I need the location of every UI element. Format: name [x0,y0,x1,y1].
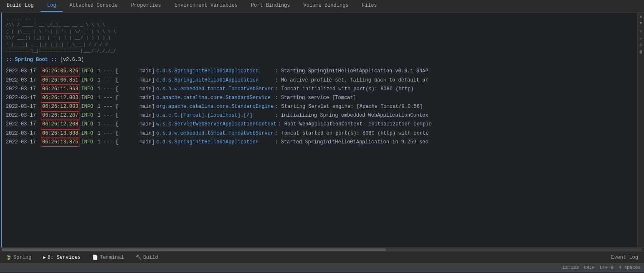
indentation[interactable]: 4 spaces [619,265,641,270]
scroll-align-button[interactable]: ⇔ [639,36,644,41]
log-level-3: INFO [81,94,96,102]
scrollbar-track[interactable] [2,248,642,251]
log-level-8: INFO [81,138,96,146]
log-thread-1: 1 --- [ main] [97,77,155,84]
ascii-line3: ( ( )\___ | \ '-| | '- | \/ _` | \ \ \ \ [6,29,633,35]
tab-build-log[interactable]: Build Log [0,0,41,12]
log-date-3: 2022-03-17 [6,94,39,102]
horizontal-scrollbar[interactable] [0,247,644,251]
log-date-1: 2022-03-17 [6,77,39,84]
tab-log[interactable]: Log [41,0,63,12]
tab-port-bindings[interactable]: Port Bindings [244,0,297,12]
log-date-0: 2022-03-17 [6,67,39,75]
log-date-7: 2022-03-17 [6,130,39,138]
log-time-6: 06:26:12.208 [41,120,79,129]
table-row: 2022-03-17 06:26:12.003 INFO 1 --- [ mai… [6,102,633,111]
log-date-8: 2022-03-17 [6,138,39,146]
bottom-tab-services[interactable]: ▶ 8: Services [41,254,83,261]
status-bar: 12:133 CRLF UTF-8 4 spaces [0,263,644,272]
log-time-3: 06:26:12.003 [41,94,79,102]
print-button[interactable]: ⎙ [639,43,644,48]
log-message-3: : Starting service [Tomcat] [275,94,356,102]
cursor-position[interactable]: 12:133 [562,265,579,270]
bottom-tab-build[interactable]: 🔨 Build [133,254,161,261]
log-logger-8: c.d.s.SpringinitHello01Application [156,138,273,146]
log-date-2: 2022-03-17 [6,85,39,93]
services-icon: ▶ [43,255,46,260]
log-time-8: 06:26:13.875 [41,138,79,147]
log-message-7: : Tomcat started on port(s): 8080 (http)… [275,130,428,138]
bottom-tab-terminal-label: Terminal [100,255,124,260]
log-level-4: INFO [81,103,96,111]
scroll-down-button[interactable]: ▼ [639,21,644,26]
tab-env-variables[interactable]: Environment Variables [168,0,244,12]
table-row: 2022-03-17 06:26:11.963 INFO 1 --- [ mai… [6,85,633,94]
line-ending[interactable]: CRLF [584,265,595,270]
build-icon: 🔨 [136,255,142,260]
log-level-2: INFO [81,85,96,93]
log-thread-7: 1 --- [ main] [97,130,155,138]
log-message-2: : Tomcat initialized with port(s): 8080 … [275,85,413,93]
scrollbar-panel: ▲ ▼ ≡ ⇔ ⎙ 🗑 [637,13,644,247]
bottom-tab-services-label: 8: Services [48,255,81,260]
event-log-area: Event Log [609,254,641,261]
log-thread-5: 1 --- [ main] [97,112,155,120]
tab-files[interactable]: Files [355,0,384,12]
bottom-tab-spring[interactable]: 🍃 Spring [3,254,34,261]
spring-boot-label: :: Spring Boot :: [6,57,57,63]
log-message-8: : Started SpringinitHello01Application i… [275,138,428,146]
bottom-tab-terminal[interactable]: 📄 Terminal [90,254,127,261]
bottom-tool-bar: 🍃 Spring ▶ 8: Services 📄 Terminal 🔨 Buil… [0,251,644,263]
log-time-0: 06:26:06.826 [41,67,79,76]
log-level-5: INFO [81,112,96,120]
log-message-0: : Starting SpringinitHello01Application … [275,67,428,75]
log-message-5: : Initializing Spring embedded WebApplic… [275,112,428,120]
log-lines: 2022-03-17 06:26:06.826 INFO 1 --- [ mai… [6,67,633,147]
log-logger-2: o.s.b.w.embedded.tomcat.TomcatWebServer [156,85,274,93]
log-message-4: : Starting Servlet engine: [Apache Tomca… [275,103,423,111]
log-thread-6: 1 --- [ main] [97,120,155,128]
bottom-tab-spring-label: Spring [13,255,31,260]
tab-volume-bindings[interactable]: Volume Bindings [297,0,355,12]
encoding[interactable]: UTF-8 [600,265,614,270]
log-time-2: 06:26:11.963 [41,85,79,94]
log-date-6: 2022-03-17 [6,120,39,128]
log-panel[interactable]: . ---- -- - /\\ / ____` __ _(_)_ __ __ _… [2,13,637,247]
tab-attached-console[interactable]: Attached Console [63,0,124,12]
event-log-label: Event Log [611,255,638,260]
log-thread-0: 1 --- [ main] [97,67,155,75]
log-date-4: 2022-03-17 [6,103,39,111]
scroll-up-button[interactable]: ▲ [639,14,644,19]
log-thread-2: 1 --- [ main] [97,85,155,93]
log-logger-0: c.d.s.SpringinitHello01Application [156,67,273,75]
log-message-1: : No active profile set, falling back to… [275,77,428,84]
tab-bar: Build Log Log Attached Console Propertie… [0,0,644,13]
log-time-1: 06:26:06.851 [41,76,79,85]
bottom-tab-build-label: Build [143,255,158,260]
log-logger-3: o.apache.catalina.core.StandardService [156,94,273,102]
log-level-0: INFO [81,67,96,75]
ascii-line1: . ---- -- - [6,16,633,22]
ascii-line6: =========|_|===============|___/=/_/_/_/ [6,48,633,54]
ascii-art: . ---- -- - /\\ / ____` __ _(_)_ __ __ _… [6,16,633,54]
table-row: 2022-03-17 06:26:13.875 INFO 1 --- [ mai… [6,138,633,147]
log-logger-5: o.a.c.C.[Tomcat].[localhost].[/] [156,112,273,120]
table-row: 2022-03-17 06:26:06.826 INFO 1 --- [ mai… [6,67,633,76]
terminal-icon: 📄 [92,255,98,260]
log-message-6: : Root WebApplicationContext: initializa… [278,120,431,128]
scroll-settings-button[interactable]: ≡ [639,29,644,34]
table-row: 2022-03-17 06:26:13.838 INFO 1 --- [ mai… [6,129,633,138]
log-thread-8: 1 --- [ main] [97,138,155,146]
log-logger-7: o.s.b.w.embedded.tomcat.TomcatWebServer [156,130,274,138]
log-time-7: 06:26:13.838 [41,129,79,138]
spring-boot-header: :: Spring Boot :: (v2.6.3) [6,56,633,64]
log-thread-3: 1 --- [ main] [97,94,155,102]
log-date-5: 2022-03-17 [6,112,39,120]
table-row: 2022-03-17 06:26:12.207 INFO 1 --- [ mai… [6,111,633,120]
main-content: . ---- -- - /\\ / ____` __ _(_)_ __ __ _… [0,13,644,247]
scrollbar-thumb[interactable] [2,248,386,251]
event-log-button[interactable]: Event Log [609,254,641,261]
delete-button[interactable]: 🗑 [639,49,644,54]
tab-properties[interactable]: Properties [124,0,168,12]
spring-boot-version: (v2.6.3) [60,57,84,63]
